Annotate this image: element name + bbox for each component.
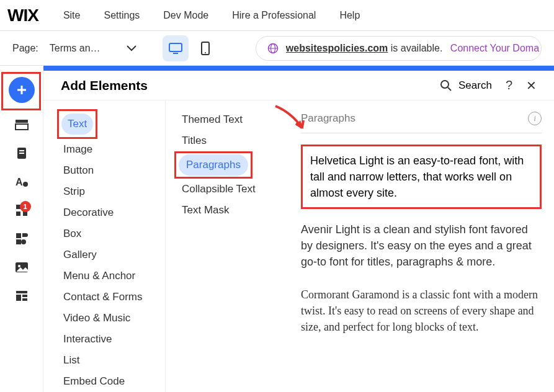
category-text[interactable]: Text — [61, 114, 93, 135]
svg-rect-10 — [16, 124, 28, 130]
svg-rect-19 — [23, 212, 27, 216]
svg-point-15 — [23, 182, 28, 187]
domain-text: websitespolicies.com is available. Conne… — [286, 43, 539, 54]
main-area: A 1 Add Elements Search ? ✕ — [0, 71, 554, 392]
desktop-view-button[interactable] — [163, 35, 189, 61]
panel-header-actions: Search ? ✕ — [440, 78, 537, 93]
category-list: Text Image Button Strip Decorative Box G… — [43, 100, 166, 392]
left-rail: A 1 — [0, 71, 43, 392]
close-icon[interactable]: ✕ — [526, 78, 537, 93]
chevron-down-icon[interactable] — [127, 45, 136, 51]
category-list[interactable]: List — [57, 350, 86, 371]
svg-rect-25 — [22, 295, 27, 297]
panel-body: Text Image Button Strip Decorative Box G… — [43, 100, 554, 392]
plugins-icon[interactable] — [15, 232, 29, 246]
topnav-site[interactable]: Site — [63, 10, 81, 21]
svg-rect-0 — [169, 43, 182, 51]
svg-point-22 — [18, 265, 20, 267]
add-elements-button[interactable] — [9, 77, 35, 103]
category-gallery[interactable]: Gallery — [57, 244, 103, 265]
sub-collapsible-text[interactable]: Collapsible Text — [174, 179, 263, 200]
svg-text:A: A — [16, 177, 23, 187]
svg-point-27 — [441, 81, 449, 88]
topnav-hire[interactable]: Hire a Professional — [232, 10, 316, 21]
blue-separator — [43, 66, 554, 71]
info-icon[interactable]: i — [528, 112, 542, 125]
svg-line-28 — [448, 87, 451, 91]
domain-suffix: is available. — [388, 43, 442, 53]
preview-column: Paragraphs i Helvetica Light is an easy-… — [284, 100, 554, 392]
content-icon[interactable] — [15, 289, 29, 303]
connect-domain-link[interactable]: Connect Your Doma — [450, 43, 539, 53]
category-box[interactable]: Box — [57, 223, 87, 244]
device-toggle — [163, 35, 218, 61]
apps-badge: 1 — [20, 201, 31, 212]
wix-logo[interactable]: WIX — [7, 6, 38, 25]
svg-rect-20 — [16, 233, 21, 238]
sections-icon[interactable] — [15, 118, 29, 131]
design-icon[interactable]: A — [15, 175, 29, 189]
sub-themed-text[interactable]: Themed Text — [174, 109, 250, 130]
mobile-view-button[interactable] — [192, 35, 218, 61]
category-embed-code[interactable]: Embed Code — [57, 371, 131, 392]
category-decorative[interactable]: Decorative — [57, 202, 120, 223]
svg-rect-26 — [22, 298, 27, 301]
sub-text-mask[interactable]: Text Mask — [174, 200, 237, 221]
category-interactive[interactable]: Interactive — [57, 329, 118, 350]
domain-name[interactable]: websitespolicies.com — [286, 43, 388, 53]
preview-header: Paragraphs i — [301, 112, 542, 133]
paragraph-sample-garamond[interactable]: Cormorant Garamond is a classic font wit… — [301, 287, 542, 335]
category-button[interactable]: Button — [57, 160, 100, 181]
search-button[interactable]: Search — [440, 79, 492, 92]
panel-title: Add Elements — [61, 78, 440, 93]
paragraph-sample-avenir[interactable]: Avenir Light is a clean and stylish font… — [301, 221, 542, 270]
svg-rect-18 — [16, 212, 20, 216]
pages-icon[interactable] — [15, 146, 29, 160]
subcategory-list: Themed Text Titles Paragraphs Collapsibl… — [166, 100, 284, 392]
editor-toolbar: Page: Terms an… websitespolicies.com is … — [0, 31, 554, 66]
svg-rect-9 — [16, 120, 28, 123]
svg-point-3 — [205, 52, 206, 53]
topnav-help[interactable]: Help — [339, 10, 360, 21]
topnav-devmode[interactable]: Dev Mode — [163, 10, 208, 21]
category-video-music[interactable]: Video & Music — [57, 308, 136, 329]
sub-titles[interactable]: Titles — [174, 130, 214, 151]
category-contact-forms[interactable]: Contact & Forms — [57, 287, 149, 308]
category-strip[interactable]: Strip — [57, 181, 91, 202]
category-image[interactable]: Image — [57, 139, 99, 160]
panel-header: Add Elements Search ? ✕ — [43, 71, 554, 100]
annotation-box-sample: Helvetica Light is an easy-to-read font,… — [301, 145, 542, 209]
sub-paragraphs[interactable]: Paragraphs — [179, 154, 248, 176]
category-menu-anchor[interactable]: Menu & Anchor — [57, 265, 141, 287]
globe-icon — [267, 43, 279, 54]
top-nav: Site Settings Dev Mode Hire a Profession… — [63, 10, 360, 21]
search-label: Search — [458, 79, 492, 92]
svg-rect-12 — [19, 150, 24, 151]
top-menu-bar: WIX Site Settings Dev Mode Hire a Profes… — [0, 0, 554, 31]
topnav-settings[interactable]: Settings — [104, 10, 140, 21]
media-icon[interactable] — [15, 261, 29, 274]
page-selector[interactable]: Terms an… — [50, 43, 110, 54]
svg-rect-13 — [19, 153, 24, 154]
preview-title: Paragraphs — [301, 112, 528, 125]
help-icon[interactable]: ? — [506, 78, 512, 92]
page-label: Page: — [12, 43, 38, 54]
paragraph-sample-helvetica[interactable]: Helvetica Light is an easy-to-read font,… — [310, 153, 532, 201]
apps-icon[interactable]: 1 — [15, 203, 29, 217]
domain-bar[interactable]: websitespolicies.com is available. Conne… — [256, 36, 542, 61]
svg-rect-24 — [16, 295, 21, 301]
svg-rect-23 — [16, 291, 27, 293]
search-icon — [440, 79, 452, 92]
add-elements-panel: Add Elements Search ? ✕ Text Image Butto… — [43, 71, 554, 392]
